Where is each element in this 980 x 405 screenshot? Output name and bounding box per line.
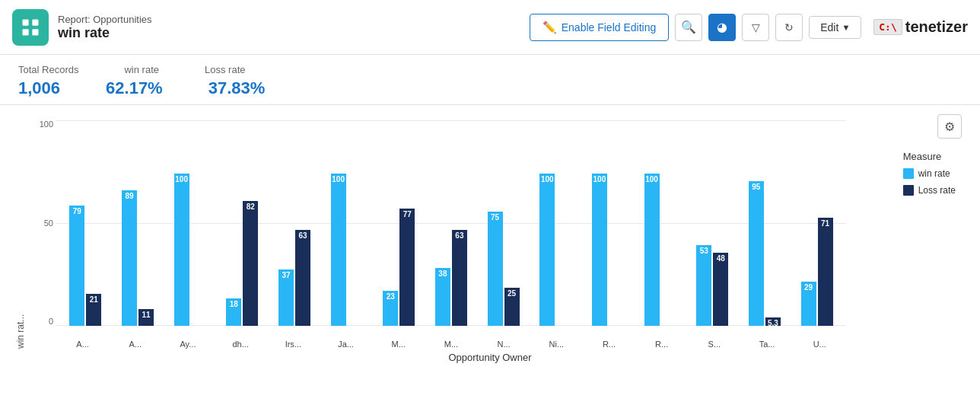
bar-pair-10: 100 [592,174,624,326]
x-label-9: Ni... [533,340,579,349]
filter-icon: ▽ [752,21,760,33]
x-label-13: Ta... [744,340,790,349]
bar-pair-0: 7921 [69,206,101,326]
bar-win-val-8: 75 [488,213,503,222]
filter-button[interactable]: ▽ [742,14,769,41]
bar-loss-val-3: 82 [243,202,258,211]
bar-loss-14: 71 [818,218,833,326]
bar-win-10: 100 [592,174,607,326]
stats-labels: Total Records win rate Loss rate [18,64,962,75]
bar-win-val-1: 89 [122,192,137,200]
total-records-label: Total Records [18,64,78,75]
bar-win-1: 89 [122,190,137,326]
bar-win-val-10: 100 [592,175,607,183]
bar-loss-8: 25 [504,288,520,326]
bar-loss-3: 82 [243,201,258,326]
bar-win-7: 38 [435,268,450,326]
bar-pair-1: 8911 [122,190,154,326]
chart-view-button[interactable]: ◕ [708,14,736,41]
terminal-icon: C:\ [873,19,902,35]
bar-pair-7: 3863 [435,230,467,326]
bar-win-val-14: 29 [801,283,816,292]
bar-loss-6: 77 [399,209,415,326]
legend-loss-label: Loss rate [918,185,956,196]
bar-loss-val-1: 11 [138,311,154,319]
x-label-11: R... [639,340,685,349]
x-label-2: Ay... [165,340,211,349]
bar-loss-12: 48 [713,253,728,326]
bar-win-0: 79 [69,206,84,326]
bar-win-val-11: 100 [644,175,660,183]
win-rate-value: 62.17% [106,78,163,98]
bar-win-val-6: 23 [383,292,398,301]
bar-win-val-4: 37 [278,271,294,279]
chart-container: win rat... 100 50 0 79218911100188237631… [12,120,968,349]
svg-rect-2 [23,29,29,35]
tenetizer-label: tenetizer [905,18,968,36]
bar-group-8: 7525 [488,212,520,326]
bar-win-14: 29 [801,282,816,326]
legend-loss-color [903,185,914,196]
edit-button[interactable]: Edit ▼ [809,16,861,39]
bar-group-0: 7921 [69,206,101,326]
report-label: Report: Opportunities [58,14,530,25]
x-label-3: dh... [218,340,263,349]
bar-loss-val-0: 21 [86,295,101,304]
bar-loss-val-4: 63 [295,231,310,240]
refresh-icon: ↻ [784,21,794,33]
pie-chart-icon: ◕ [717,20,727,34]
app-logo [12,9,49,46]
svg-rect-1 [32,19,38,25]
y-tick-0: 0 [26,317,56,326]
bar-pair-11: 100 [644,174,676,326]
bar-win-13: 95 [749,181,764,326]
bar-loss-val-8: 25 [504,289,520,298]
bar-win-12: 53 [696,245,711,326]
search-button[interactable]: 🔍 [675,14,702,41]
bar-group-1: 8911 [122,190,154,326]
bar-loss-7: 63 [452,230,467,326]
bar-win-val-2: 100 [174,175,189,183]
total-records-value: 1,006 [18,78,60,98]
x-axis-title: Opportunity Owner [12,352,968,363]
report-title-block: Report: Opportunities win rate [58,14,530,41]
legend: Measure win rate Loss rate [903,151,956,196]
bar-pair-9: 100 [539,174,571,326]
bar-group-12: 5348 [696,245,728,326]
x-label-6: M... [376,340,422,349]
bar-group-4: 3763 [278,230,310,326]
refresh-button[interactable]: ↻ [775,14,803,41]
bar-loss-val-6: 77 [399,210,415,218]
bar-group-9: 100 [539,174,571,326]
bar-pair-2: 100 [174,174,206,326]
bar-group-3: 1882 [226,201,258,326]
bar-pair-12: 5348 [696,245,728,326]
bar-loss-val-13: 5.3 [765,319,781,327]
legend-win-color [903,168,914,179]
y-tick-50: 50 [26,219,56,228]
bar-win-val-5: 100 [331,175,346,183]
bar-loss-4: 63 [295,230,310,326]
svg-rect-3 [32,29,38,35]
bar-group-14: 2971 [801,218,833,326]
bar-win-3: 18 [226,298,241,326]
bar-group-2: 100 [174,174,206,326]
logo-icon [20,17,41,38]
enable-field-editing-button[interactable]: ✏️ Enable Field Editing [530,14,670,41]
bars-area: 7921891110018823763100237738637525100100… [56,120,846,326]
bar-pair-6: 2377 [383,209,415,326]
bar-group-7: 3863 [435,230,467,326]
bar-loss-1: 11 [138,309,154,326]
bar-loss-val-14: 71 [818,219,833,228]
x-label-8: N... [481,340,527,349]
bar-win-val-0: 79 [69,207,84,215]
y-ticks: 100 50 0 [26,120,56,326]
bar-win-val-7: 38 [435,269,450,278]
bar-win-2: 100 [174,174,189,326]
x-label-0: A... [60,340,106,349]
stats-row: Total Records win rate Loss rate 1,006 6… [0,55,980,105]
bar-win-val-13: 95 [749,183,764,191]
chart-inner: 100 50 0 7921891110018823763100237738637… [26,120,968,349]
bar-group-13: 955.3 [749,181,781,326]
bar-pair-3: 1882 [226,201,258,326]
